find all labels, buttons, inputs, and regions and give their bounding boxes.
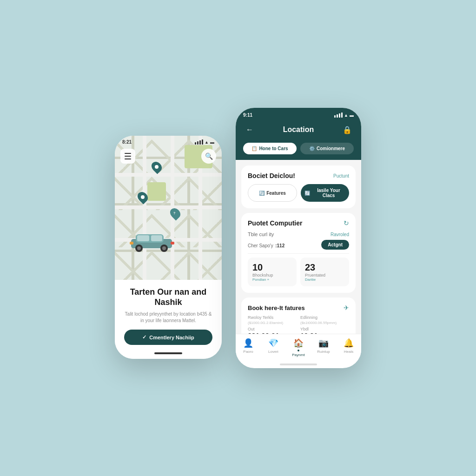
r-signal-1 <box>334 115 336 118</box>
road-h2 <box>115 205 222 209</box>
card2-subtitle-row: Tble curl ity Ravroled <box>248 231 349 237</box>
left-status-bar: 8:21 ▲ ▬ <box>115 136 222 146</box>
iasile-button[interactable]: 🔄 Iasile Your Clacs <box>301 184 349 202</box>
card2-subtitle: Tble curl ity <box>248 231 274 237</box>
search-button[interactable]: 🔍 <box>201 149 216 164</box>
ruintup-icon: 📷 <box>318 338 329 348</box>
left-subtext: Talit lochod prleyynthet by location b43… <box>124 311 212 324</box>
card1-btn-row: 🔄 Features 🔄 Iasile Your Clacs <box>248 184 349 202</box>
stat2-number: 23 <box>305 262 315 273</box>
iasile-icon: 🔄 <box>304 191 310 196</box>
card3-title: Book here-It fatures <box>248 304 305 311</box>
chip-label: Cher Sapo'y <box>248 243 273 248</box>
card-computier: Puotet Computier ↻ Tble curl ity Ravrole… <box>241 213 356 293</box>
card2-divider <box>248 253 349 254</box>
nav-item-ruintup[interactable]: 📷 Ruintup <box>311 338 336 357</box>
r-signal-3 <box>339 113 340 118</box>
right-status-bar: 9:11 ▲ ▬ <box>236 108 361 120</box>
heals-label: Heals <box>344 350 353 354</box>
left-headline: Tarten Our nan and Nashik <box>124 287 212 307</box>
svg-rect-2 <box>137 235 149 241</box>
hamburger-line-1 <box>125 153 131 154</box>
features-button[interactable]: 🔄 Features <box>248 184 297 202</box>
card2-subtitle-link[interactable]: Ravroled <box>331 232 349 237</box>
action-chip-button[interactable]: Actgnt <box>321 240 349 250</box>
col1-sub: ($1000.0G.2.Etamini) <box>248 321 297 325</box>
book-cols: Rwoloy Terkls ($1000.0G.2.Etamini) Out 2… <box>248 315 349 334</box>
nav-item-payment[interactable]: 🏠 Paynrnt <box>286 338 311 357</box>
car-illustration <box>129 229 175 252</box>
refresh-icon[interactable]: ↻ <box>344 219 349 227</box>
cta-button[interactable]: ✓ Cmentlery Nachiip <box>124 330 212 345</box>
tab-com-icon: ⚙️ <box>309 146 315 151</box>
col2-sub: ($s1t0000.06.55pmm) <box>300 321 349 325</box>
settings-button[interactable]: 🔒 <box>341 123 354 136</box>
hamburger-line-3 <box>125 159 131 159</box>
signal-bar-1 <box>195 142 196 145</box>
left-bottom-content: Tarten Our nan and Nashik Talit lochod p… <box>115 280 222 359</box>
tab-com-label: Comionmere <box>317 146 345 151</box>
iasile-label: Iasile Your Clacs <box>312 188 345 198</box>
r-signal-4 <box>341 112 343 118</box>
left-time: 8:21 <box>122 139 132 145</box>
nav-title: Location <box>283 126 314 134</box>
loveri-icon: 💎 <box>268 338 278 348</box>
card1-link[interactable]: Puctunt <box>333 173 349 178</box>
tab-home-icon: 📋 <box>251 146 257 151</box>
right-battery-icon: ▬ <box>350 113 354 118</box>
road-h1 <box>115 173 222 177</box>
stat1-number: 10 <box>252 262 263 273</box>
book-col-1: Rwoloy Terkls ($1000.0G.2.Etamini) Out 2… <box>248 315 297 334</box>
left-phone: 8:21 ▲ ▬ <box>115 136 222 359</box>
back-icon: ← <box>246 126 253 134</box>
svg-rect-9 <box>171 242 174 245</box>
right-time: 9:11 <box>243 112 252 118</box>
stat1-label: Bhockshup <box>252 273 292 278</box>
loveri-label: Loveri <box>268 350 278 354</box>
active-indicator <box>298 350 299 351</box>
tab-home-label: Hone to Cars <box>259 146 288 151</box>
nav-item-paoro[interactable]: 👤 Paoro <box>236 338 261 357</box>
svg-point-7 <box>162 246 166 250</box>
signal-bar-3 <box>199 140 201 145</box>
stats-row: 10 Bhockshup Pondlan + 23 Pruentated Dar… <box>248 258 349 286</box>
tab-comionmere[interactable]: ⚙️ Comionmere <box>300 143 354 154</box>
book-col-2: Edlinning ($s1t0000.06.55pmm) Ybdl 10.21 <box>300 315 349 334</box>
nav-item-loveri[interactable]: 💎 Loveri <box>261 338 286 357</box>
search-icon: 🔍 <box>205 152 213 160</box>
road-v1 <box>143 136 146 280</box>
nav-item-heals[interactable]: 🔔 Heals <box>336 338 361 357</box>
cta-label: Cmentlery Nachiip <box>149 335 194 340</box>
col2-value-label: Ybdl <box>300 327 309 331</box>
card2-header: Puotet Computier ↻ <box>248 219 349 227</box>
card3-icon: ✈ <box>344 304 349 311</box>
col1-label: Rwoloy Terkls <box>248 315 297 320</box>
tab-row: 📋 Hone to Cars ⚙️ Comionmere <box>236 143 361 160</box>
bottom-nav: 👤 Paoro 💎 Loveri 🏠 Paynrnt 📷 Ruintup 🔔 H… <box>236 334 361 362</box>
top-nav: ← Location 🔒 <box>236 120 361 143</box>
card-booking: Bociet Deiclou! Puctunt 🔄 Features 🔄 Ias… <box>241 165 356 208</box>
payment-label: Paynrnt <box>292 353 305 357</box>
r-signal-2 <box>337 114 338 118</box>
card1-header: Bociet Deiclou! Puctunt <box>248 172 349 179</box>
signal-bar-2 <box>197 141 198 145</box>
right-phone: 9:11 ▲ ▬ ← Location 🔒 <box>236 108 361 368</box>
heals-icon: 🔔 <box>344 338 354 348</box>
chip-row: Cher Sapo'y :112 Actgnt <box>248 240 349 250</box>
chip-value: :112 <box>275 243 284 248</box>
pin-teal-2 <box>138 192 147 203</box>
stat1-sub: Pondlan + <box>252 278 292 282</box>
tab-home-cars[interactable]: 📋 Hone to Cars <box>243 143 297 154</box>
pin-dot-1 <box>149 159 164 174</box>
paoro-label: Paoro <box>243 350 253 354</box>
map-area: 🔍 <box>115 136 222 280</box>
left-battery-icon: ▬ <box>210 140 214 145</box>
green-block-2 <box>147 182 166 201</box>
features-label: Features <box>266 191 286 196</box>
paoro-icon: 👤 <box>243 338 253 348</box>
features-icon: 🔄 <box>259 191 264 196</box>
back-button[interactable]: ← <box>243 123 256 136</box>
svg-point-5 <box>137 246 141 250</box>
menu-button[interactable] <box>120 149 135 164</box>
col1-value-label: Out <box>248 327 255 331</box>
